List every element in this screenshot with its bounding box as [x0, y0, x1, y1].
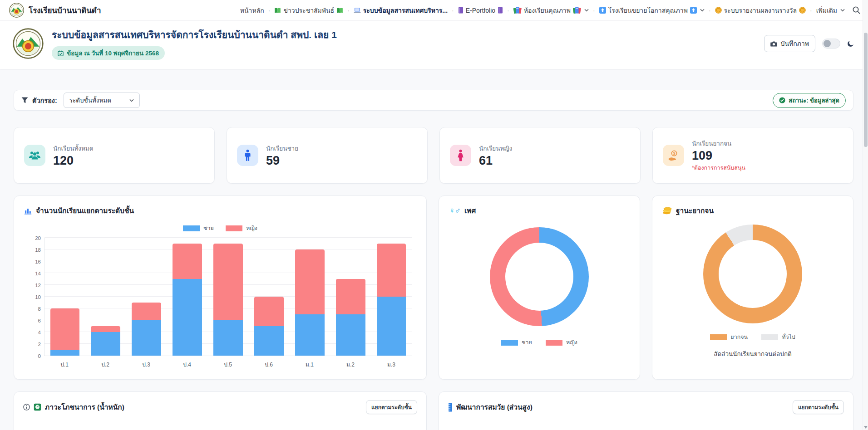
filter-label-group: ตัวกรอง:: [21, 95, 57, 106]
gridline: [44, 237, 412, 238]
scrollbar-thumb[interactable]: [864, 33, 868, 147]
gender-symbols-icon: ♀♂: [449, 206, 460, 215]
nav-item-label: โรงเรียนขยายโอกาสคุณภาพ: [608, 5, 688, 15]
height-by-grade-button[interactable]: แยกตามระดับชั้น: [793, 400, 844, 414]
legend-item[interactable]: ยากจน: [710, 332, 748, 342]
school-name: โรงเรียนบ้านนาดินดำ: [29, 4, 101, 16]
nav-item-6[interactable]: โรงเรียนขยายโอกาสคุณภาพ: [599, 5, 705, 15]
chart-bars-icon: [24, 207, 32, 215]
bars-area: [44, 238, 412, 356]
poverty-donut-chart[interactable]: [703, 225, 802, 323]
legend-item[interactable]: หญิง: [226, 224, 257, 233]
bar-xlabels: ป.1ป.2ป.3ป.4ป.5ป.6ม.1ม.2ม.3: [44, 360, 412, 369]
arrow-up-square-icon: [690, 7, 697, 14]
stat-card-3: นักเรียนหญิง61: [439, 127, 641, 184]
gender-chart-title: เพศ: [464, 205, 476, 216]
stat-value: 61: [479, 154, 512, 167]
capture-button[interactable]: บันทึกภาพ: [764, 35, 815, 52]
legend-item[interactable]: ชาย: [183, 224, 214, 233]
nav-item-5[interactable]: ห้องเรียนคุณภาพ: [513, 5, 589, 15]
nav-separator: ·: [810, 7, 812, 14]
bar-segment[interactable]: [173, 244, 202, 279]
dark-mode-toggle[interactable]: [822, 39, 840, 49]
bar-segment[interactable]: [91, 332, 120, 356]
legend-swatch: [183, 225, 200, 231]
stat-label: นักเรียนยากจน: [692, 138, 745, 148]
x-axis-label: ป.4: [167, 360, 207, 369]
legend-swatch: [546, 340, 562, 346]
bar-segment[interactable]: [50, 308, 80, 350]
legend-item[interactable]: ทั่วไป: [761, 332, 795, 342]
x-axis-label: ป.3: [126, 360, 167, 369]
bar-segment[interactable]: [336, 279, 365, 314]
y-axis-tick: 2: [25, 342, 41, 347]
y-axis-tick: 12: [25, 283, 41, 288]
nav-item-4[interactable]: E-Portfolio: [458, 7, 503, 14]
page-header: ระบบข้อมูลสารสนเทศบริหารจัดการโรงเรียนบ้…: [0, 21, 868, 69]
stat-label: นักเรียนชาย: [266, 143, 298, 153]
legend-swatch: [710, 334, 727, 340]
people-group-icon: [24, 145, 45, 166]
y-axis-tick: 20: [25, 235, 41, 241]
bar-group: [44, 238, 85, 356]
grade-filter-dropdown[interactable]: ระดับชั้นทั้งหมด: [64, 93, 140, 108]
bar-segment[interactable]: [50, 350, 80, 356]
bar-segment[interactable]: [336, 314, 365, 356]
nav-separator: ·: [452, 7, 454, 14]
nav-item-label: ห้องเรียนคุณภาพ: [524, 5, 571, 15]
bar-group: [126, 238, 167, 356]
info-icon[interactable]: [23, 404, 30, 410]
nav-item-2[interactable]: ข่าวประชาสัมพันธ์: [274, 5, 343, 15]
main-content: ตัวกรอง: ระดับชั้นทั้งหมด สถานะ: ข้อมูลล…: [0, 69, 868, 430]
bar-segment[interactable]: [213, 320, 243, 356]
bar-legend: ชายหญิง: [24, 224, 416, 233]
bar-segment[interactable]: [254, 326, 284, 356]
legend-swatch: [501, 340, 518, 346]
scrollbar-down-arrow[interactable]: [864, 426, 868, 429]
bar-segment[interactable]: [377, 244, 406, 297]
nav-item-label: ข่าวประชาสัมพันธ์: [283, 5, 334, 15]
vertical-scrollbar[interactable]: [863, 0, 868, 430]
coins-icon: [662, 207, 672, 215]
nutrition-by-grade-button[interactable]: แยกตามระดับชั้น: [366, 400, 417, 414]
purple-notebook-icon: [458, 7, 464, 14]
brand[interactable]: โรงเรียนบ้านนาดินดำ: [9, 3, 101, 18]
nav-item-1[interactable]: หน้าหลัก: [240, 5, 264, 15]
bar-segment[interactable]: [254, 297, 284, 326]
y-axis-tick: 10: [25, 294, 41, 300]
ruler-icon: [448, 403, 453, 412]
bar-segment[interactable]: [173, 279, 202, 356]
nav-item-7[interactable]: ระบบรายงานผลงานรางวัล: [715, 5, 806, 15]
bar-segment[interactable]: [132, 303, 161, 320]
books-icon: [513, 7, 522, 14]
search-icon[interactable]: [852, 6, 861, 15]
legend-item[interactable]: ชาย: [501, 338, 532, 347]
bar-segment[interactable]: [91, 326, 120, 332]
bar-segment[interactable]: [213, 244, 243, 320]
y-axis-tick: 8: [25, 306, 41, 312]
bar-segment[interactable]: [377, 297, 406, 356]
y-axis-tick: 4: [25, 330, 41, 335]
nav-separator: ·: [507, 7, 509, 14]
y-axis-tick: 6: [25, 318, 41, 323]
bar-segment[interactable]: [295, 314, 325, 356]
gender-donut-chart[interactable]: [490, 227, 589, 326]
legend-item[interactable]: หญิง: [546, 338, 577, 347]
nav-item-8[interactable]: เพิ่มเติม: [816, 5, 845, 15]
filter-label: ตัวกรอง:: [32, 95, 57, 106]
male-icon: [237, 145, 258, 166]
y-axis-tick: 0: [25, 353, 41, 359]
page-title: ระบบข้อมูลสารสนเทศบริหารจัดการโรงเรียนบ้…: [52, 27, 337, 42]
chevron-down-icon: [840, 9, 845, 12]
bar-segment[interactable]: [295, 249, 325, 314]
legend-label: หญิง: [246, 224, 257, 233]
top-navbar: โรงเรียนบ้านนาดินดำ หน้าหลัก·ข่าวประชาสั…: [0, 0, 868, 21]
weight-scale-icon: [34, 403, 41, 411]
hand-dollar-icon: $: [663, 145, 684, 166]
legend-swatch: [761, 334, 778, 340]
nav-separator: ·: [593, 7, 595, 14]
bar-segment[interactable]: [132, 320, 161, 356]
school-emblem-icon: [13, 28, 44, 59]
nav-item-3[interactable]: ระบบข้อมูลสารสนเทศบริหาร...: [354, 5, 448, 15]
nutrition-card: ภาวะโภชนาการ (น้ำหนัก) แยกตามระดับชั้น: [14, 391, 427, 430]
